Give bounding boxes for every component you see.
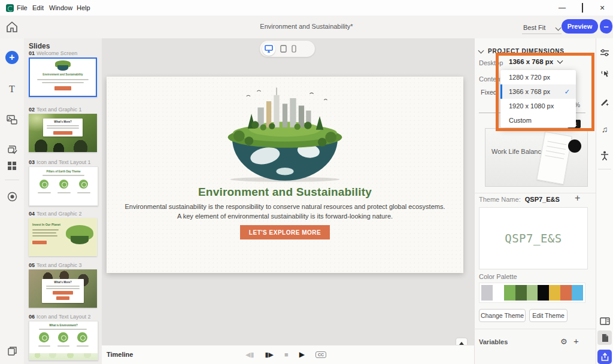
slide-03-thumbnail[interactable]: Pillars of Earth Day Theme xyxy=(29,166,98,206)
visual-properties-button[interactable] xyxy=(597,46,612,60)
slide-05-thumbnail[interactable]: What's More? xyxy=(29,269,97,308)
earth-illustration xyxy=(207,81,363,184)
check-icon: ✓ xyxy=(565,88,570,96)
project-title: Environment and Sustainability* xyxy=(0,23,613,30)
tablet-view-button[interactable] xyxy=(280,45,287,53)
rail-divider xyxy=(598,169,611,169)
theme-preview-image[interactable]: Work Life Balance xyxy=(485,128,588,187)
phone-view-button[interactable] xyxy=(292,45,296,53)
add-variable-button[interactable]: + xyxy=(573,336,579,346)
media-tool-button[interactable] xyxy=(0,115,24,125)
slide-02-thumbnail[interactable]: What's More? xyxy=(29,114,97,152)
text-tool-button[interactable]: T xyxy=(0,84,24,95)
step-forward-button[interactable]: ▮▶ xyxy=(265,351,274,359)
blocks-tool-button[interactable] xyxy=(0,161,24,171)
device-preview-toggle xyxy=(260,41,315,57)
rail-divider xyxy=(5,180,19,180)
slide-01-thumbnail[interactable]: Environment and Sustainability xyxy=(29,57,97,97)
closed-captions-button[interactable]: CC xyxy=(315,351,326,358)
slide-canvas[interactable] xyxy=(107,77,463,273)
project-dimensions-header[interactable]: PROJECT DIMENSIONS xyxy=(479,48,565,54)
menu-bar: File Edit Window Help — × xyxy=(0,0,613,16)
play-button[interactable]: ▶ xyxy=(299,350,305,359)
edit-theme-button[interactable]: Edit Theme xyxy=(529,309,568,322)
add-content-button[interactable]: + xyxy=(5,51,19,64)
palette-swatch[interactable] xyxy=(527,285,538,301)
accessibility-button[interactable] xyxy=(597,148,612,163)
add-theme-button[interactable]: + xyxy=(575,193,580,204)
content-fixed-option[interactable]: Fixed xyxy=(481,89,497,96)
audio-button[interactable]: ♫ xyxy=(597,122,612,136)
slide-06-thumbnail[interactable]: What is Environment? xyxy=(29,321,98,360)
step-back-button[interactable]: ◀▮ xyxy=(245,351,254,359)
design-button[interactable] xyxy=(597,95,612,109)
thumb2-card-title: What's More? xyxy=(43,120,83,123)
captivate-window: File Edit Window Help — × Environment an… xyxy=(0,0,613,364)
slide-06-label: 06Icon and Text Layout 2 xyxy=(29,314,90,320)
palette-swatch[interactable] xyxy=(504,285,515,301)
document-icon xyxy=(601,333,609,342)
palette-swatch[interactable] xyxy=(560,285,572,301)
thumb4-title: Invest In Our Planet xyxy=(32,223,60,226)
dropdown-option-1366x768[interactable]: 1366 x 768 px✓ xyxy=(500,84,576,99)
menu-window[interactable]: Window xyxy=(49,4,72,11)
change-theme-button[interactable]: Change Theme xyxy=(479,309,526,322)
notebook-graphic xyxy=(536,132,572,185)
stop-button[interactable]: ■ xyxy=(284,351,289,358)
menu-edit[interactable]: Edit xyxy=(32,4,44,11)
variables-settings-button[interactable]: ⚙ xyxy=(560,337,568,346)
menu-help[interactable]: Help xyxy=(77,4,90,11)
dropdown-option-1920x1080[interactable]: 1920 x 1080 px xyxy=(500,99,576,113)
layout-panel-icon xyxy=(600,317,610,325)
desktop-view-button[interactable] xyxy=(262,43,275,56)
slide-heading[interactable]: Environment and Sustainability xyxy=(107,186,463,199)
blocks-grid-icon xyxy=(7,161,17,171)
interactions-tool-button[interactable] xyxy=(0,145,24,155)
menu-file[interactable]: File xyxy=(17,4,28,11)
preview-button[interactable]: Preview xyxy=(562,19,598,34)
slide-04-thumbnail[interactable]: Invest In Our Planet xyxy=(29,218,97,256)
palette-swatch[interactable] xyxy=(515,285,527,301)
chevron-up-icon xyxy=(459,342,464,345)
layout-panel-button[interactable] xyxy=(597,314,612,328)
phone-icon xyxy=(292,45,296,53)
minimize-button[interactable]: — xyxy=(558,4,566,12)
theme-card[interactable]: QSP7_E&S xyxy=(479,207,588,269)
chevron-down-icon xyxy=(557,58,563,64)
palette-swatch[interactable] xyxy=(572,285,583,301)
palette-swatch[interactable] xyxy=(538,285,549,301)
interactivity-button[interactable] xyxy=(597,67,612,81)
publish-button[interactable] xyxy=(597,350,612,364)
palette-swatch[interactable] xyxy=(481,285,493,301)
palette-swatch[interactable] xyxy=(493,285,504,301)
slide-paragraph[interactable]: Environmental sustainability is the resp… xyxy=(123,202,447,222)
record-button[interactable] xyxy=(0,192,24,202)
home-button[interactable] xyxy=(5,20,19,34)
dropdown-option-1280x720[interactable]: 1280 x 720 px xyxy=(500,70,576,84)
slides-panel-header: Slides xyxy=(29,42,50,50)
slide-03-label: 03Icon and Text Layout 1 xyxy=(29,159,90,165)
dropdown-option-custom[interactable]: Custom xyxy=(500,113,576,128)
close-button[interactable]: × xyxy=(598,4,606,12)
lens-graphic xyxy=(568,139,581,153)
more-options-button[interactable]: ••• xyxy=(600,19,612,34)
zoom-select[interactable]: Best Fit xyxy=(522,22,562,34)
page-copy-icon xyxy=(7,346,17,356)
new-page-button[interactable] xyxy=(0,346,24,356)
record-icon xyxy=(7,192,17,202)
dimensions-dropdown-menu: 1280 x 720 px 1366 x 768 px✓ 1920 x 1080… xyxy=(500,70,576,128)
thumb3-title: Pillars of Earth Day Theme xyxy=(29,170,98,173)
zoom-select-value: Best Fit xyxy=(523,24,545,31)
dimensions-dropdown-trigger[interactable]: 1366 x 768 px xyxy=(509,58,562,65)
notes-panel-button[interactable] xyxy=(597,330,612,345)
device-label: Desktop xyxy=(479,59,503,66)
share-export-icon xyxy=(601,353,609,361)
maximize-button[interactable] xyxy=(578,4,587,12)
content-label: Content xyxy=(479,75,502,83)
interactions-icon xyxy=(7,145,17,155)
theme-name-row: Theme Name: QSP7_E&S xyxy=(479,196,560,203)
color-palette xyxy=(479,283,585,303)
palette-swatch[interactable] xyxy=(549,285,560,301)
explore-more-button[interactable]: LET'S EXPLORE MORE xyxy=(240,225,330,239)
variables-header[interactable]: Variables xyxy=(479,338,508,345)
